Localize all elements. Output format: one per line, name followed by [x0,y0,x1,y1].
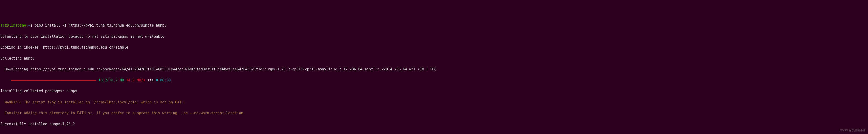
command-text[interactable]: pip3 install -i https://pypi.tuna.tsingh… [35,23,167,28]
prompt-host: lihaozhe [9,23,26,28]
prompt-at: @ [7,23,9,28]
prompt-dollar: $ [30,23,34,28]
output-collecting: Collecting numpy [0,56,868,61]
output-warning-2: Consider adding this directory to PATH o… [0,110,868,116]
progress-eta-time: 0:00:00 [156,78,171,82]
output-defaulting: Defaulting to user installation because … [0,34,868,39]
prompt-line: lhz@lihaozhe:~$ pip3 install -i https://… [0,23,868,28]
prompt-user: lhz [0,23,7,28]
progress-indent [0,78,11,82]
output-warning-1: WARNING: The script f2py is installed in… [0,100,868,105]
progress-eta-label: eta [147,78,154,82]
progress-bar: ━━━━━━━━━━━━━━━━━━━━━━━━━━━━━━━━━━━━━━━━ [11,78,96,82]
progress-rate: 14.0 MB/s [126,78,145,82]
output-success: Successfully installed numpy-1.26.2 [0,122,868,127]
output-downloading: Downloading https://pypi.tuna.tsinghua.e… [0,67,868,72]
watermark: CSDN @李昊哲小课 [840,128,866,133]
progress-line: ━━━━━━━━━━━━━━━━━━━━━━━━━━━━━━━━━━━━━━━━… [0,78,868,83]
output-installing: Installing collected packages: numpy [0,89,868,94]
progress-size: 18.2/18.2 MB [98,78,124,82]
output-indexes: Looking in indexes: https://pypi.tuna.ts… [0,45,868,50]
